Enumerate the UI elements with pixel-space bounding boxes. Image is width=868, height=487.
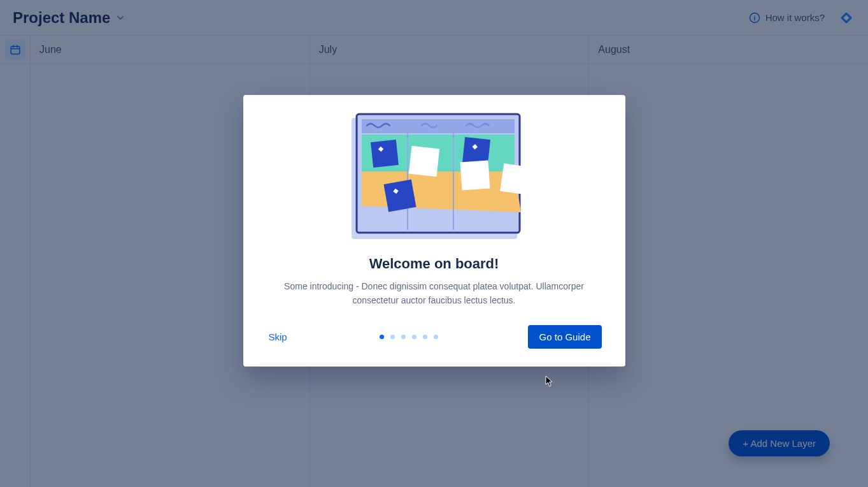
- go-to-guide-label: Go to Guide: [539, 331, 591, 342]
- step-dot[interactable]: [412, 335, 416, 339]
- go-to-guide-button[interactable]: Go to Guide: [528, 325, 602, 349]
- step-dot[interactable]: [423, 335, 427, 339]
- step-dot[interactable]: [390, 335, 395, 339]
- skip-label: Skip: [269, 331, 287, 342]
- modal-overlay[interactable]: Welcome on board! Some introducing - Don…: [0, 0, 868, 487]
- svg-rect-21: [460, 161, 490, 191]
- app-root: Project Name How it works? June July: [0, 0, 868, 487]
- svg-rect-11: [362, 119, 515, 133]
- svg-rect-23: [383, 180, 416, 212]
- svg-rect-18: [408, 146, 439, 177]
- onboarding-illustration: [339, 110, 530, 244]
- modal-body: Some introducing - Donec dignissim conse…: [272, 280, 597, 307]
- step-dot[interactable]: [434, 335, 438, 339]
- onboarding-modal: Welcome on board! Some introducing - Don…: [243, 95, 625, 367]
- modal-title: Welcome on board!: [266, 256, 602, 272]
- step-dot[interactable]: [401, 335, 406, 339]
- svg-rect-16: [371, 140, 399, 168]
- modal-footer: Skip Go to Guide: [266, 325, 602, 349]
- step-dots: [380, 335, 438, 339]
- step-dot[interactable]: [380, 335, 384, 339]
- svg-rect-22: [500, 163, 530, 195]
- skip-button[interactable]: Skip: [266, 326, 290, 347]
